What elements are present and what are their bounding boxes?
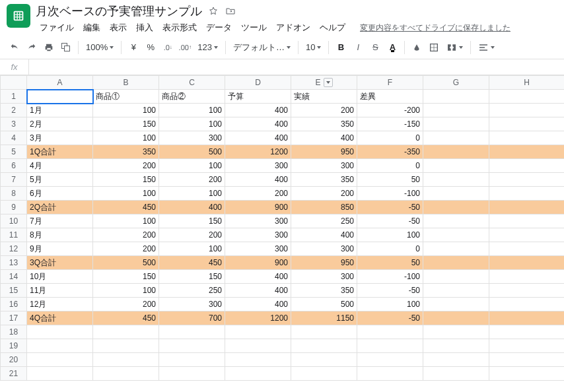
col-header-G[interactable]: G [423, 76, 489, 90]
cell-F11[interactable]: 100 [357, 228, 423, 242]
cell-E1[interactable]: 実績 [291, 90, 357, 104]
star-icon[interactable] [207, 5, 219, 17]
cell-F10[interactable]: -50 [357, 214, 423, 228]
cell-D17[interactable]: 1200 [225, 311, 291, 325]
cell-C16[interactable]: 300 [159, 298, 225, 311]
cell-B9[interactable]: 450 [93, 201, 159, 214]
cell-A19[interactable] [27, 339, 93, 353]
cell-H14[interactable] [489, 270, 565, 284]
cell-C1[interactable]: 商品② [159, 90, 225, 104]
cell-H8[interactable] [489, 187, 565, 201]
cell-D8[interactable]: 200 [225, 187, 291, 201]
cell-G6[interactable] [423, 159, 489, 173]
row-header[interactable]: 17 [1, 311, 27, 325]
cell-G12[interactable] [423, 242, 489, 256]
cell-C7[interactable]: 200 [159, 173, 225, 187]
cell-D2[interactable]: 400 [225, 104, 291, 117]
col-header-E[interactable]: E [291, 76, 357, 90]
row-header[interactable]: 2 [1, 104, 27, 117]
cell-G5[interactable] [423, 145, 489, 159]
col-header-C[interactable]: C [159, 76, 225, 90]
cell-G3[interactable] [423, 117, 489, 131]
row-header[interactable]: 18 [1, 325, 27, 339]
cell-B10[interactable]: 100 [93, 214, 159, 228]
cell-C18[interactable] [159, 325, 225, 339]
cell-C10[interactable]: 150 [159, 214, 225, 228]
row-header[interactable]: 15 [1, 284, 27, 298]
cell-E20[interactable] [291, 353, 357, 367]
cell-C6[interactable]: 100 [159, 159, 225, 173]
cell-C11[interactable]: 200 [159, 228, 225, 242]
cell-G10[interactable] [423, 214, 489, 228]
cell-E19[interactable] [291, 339, 357, 353]
cell-H4[interactable] [489, 131, 565, 145]
select-all-corner[interactable] [1, 76, 27, 90]
cell-D6[interactable]: 300 [225, 159, 291, 173]
cell-E18[interactable] [291, 325, 357, 339]
cell-E8[interactable]: 200 [291, 187, 357, 201]
cell-A7[interactable]: 5月 [27, 173, 93, 187]
menu-view[interactable]: 表示 [106, 20, 131, 35]
cell-H1[interactable] [489, 90, 565, 104]
cell-E7[interactable]: 350 [291, 173, 357, 187]
cell-B7[interactable]: 150 [93, 173, 159, 187]
cell-H9[interactable] [489, 201, 565, 214]
cell-H11[interactable] [489, 228, 565, 242]
cell-G14[interactable] [423, 270, 489, 284]
cell-C21[interactable] [159, 367, 225, 381]
number-format-dropdown[interactable]: 123 [194, 40, 221, 55]
cell-G1[interactable] [423, 90, 489, 104]
cell-B11[interactable]: 200 [93, 228, 159, 242]
horizontal-align-button[interactable] [475, 40, 498, 55]
row-header[interactable]: 5 [1, 145, 27, 159]
cell-G18[interactable] [423, 325, 489, 339]
cell-B3[interactable]: 150 [93, 117, 159, 131]
cell-G13[interactable] [423, 256, 489, 270]
cell-G7[interactable] [423, 173, 489, 187]
cell-F7[interactable]: 50 [357, 173, 423, 187]
cell-F4[interactable]: 0 [357, 131, 423, 145]
cell-A5[interactable]: 1Q合計 [27, 145, 93, 159]
cell-A14[interactable]: 10月 [27, 270, 93, 284]
cell-D10[interactable]: 300 [225, 214, 291, 228]
fill-color-button[interactable] [409, 40, 425, 55]
cell-B13[interactable]: 500 [93, 256, 159, 270]
cell-F6[interactable]: 0 [357, 159, 423, 173]
cell-F13[interactable]: 50 [357, 256, 423, 270]
cell-E12[interactable]: 300 [291, 242, 357, 256]
cell-C19[interactable] [159, 339, 225, 353]
col-header-F[interactable]: F [357, 76, 423, 90]
borders-button[interactable] [426, 40, 442, 55]
cell-H13[interactable] [489, 256, 565, 270]
row-header[interactable]: 21 [1, 367, 27, 381]
cell-A3[interactable]: 2月 [27, 117, 93, 131]
bold-button[interactable]: B [333, 40, 349, 55]
cell-E17[interactable]: 1150 [291, 311, 357, 325]
cell-F9[interactable]: -50 [357, 201, 423, 214]
cell-E3[interactable]: 350 [291, 117, 357, 131]
row-header[interactable]: 14 [1, 270, 27, 284]
cell-B18[interactable] [93, 325, 159, 339]
cell-A8[interactable]: 6月 [27, 187, 93, 201]
cell-C9[interactable]: 400 [159, 201, 225, 214]
cell-H21[interactable] [489, 367, 565, 381]
cell-G15[interactable] [423, 284, 489, 298]
cell-H17[interactable] [489, 311, 565, 325]
cell-F18[interactable] [357, 325, 423, 339]
row-header[interactable]: 3 [1, 117, 27, 131]
col-header-B[interactable]: B [93, 76, 159, 90]
cell-E15[interactable]: 350 [291, 284, 357, 298]
cell-F2[interactable]: -200 [357, 104, 423, 117]
cell-F8[interactable]: -100 [357, 187, 423, 201]
cell-D19[interactable] [225, 339, 291, 353]
cell-G19[interactable] [423, 339, 489, 353]
cell-F19[interactable] [357, 339, 423, 353]
cell-A12[interactable]: 9月 [27, 242, 93, 256]
cell-B16[interactable]: 200 [93, 298, 159, 311]
col-header-A[interactable]: A [27, 76, 93, 90]
cell-A9[interactable]: 2Q合計 [27, 201, 93, 214]
save-status[interactable]: 変更内容をすべてドライブに保存しました [360, 22, 511, 34]
cell-H12[interactable] [489, 242, 565, 256]
cell-H20[interactable] [489, 353, 565, 367]
menu-addons[interactable]: アドオン [272, 20, 314, 35]
